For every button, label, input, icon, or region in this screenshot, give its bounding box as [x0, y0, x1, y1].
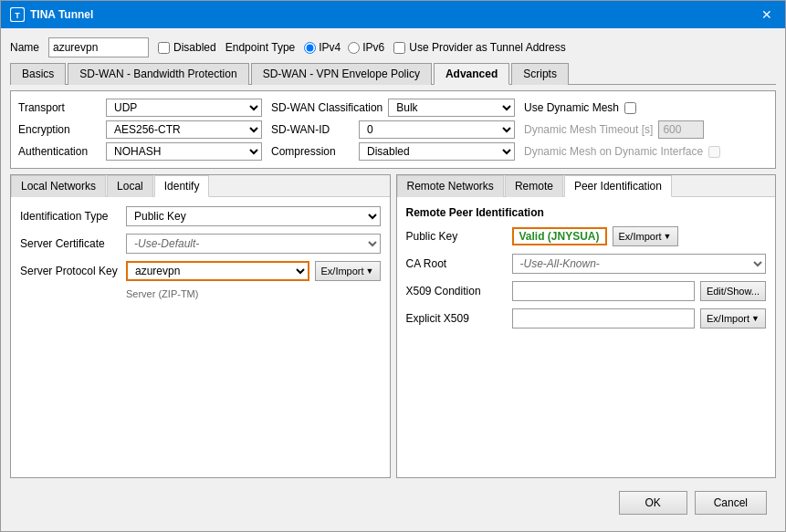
ipv4-radio[interactable] [304, 42, 316, 54]
tab-remote[interactable]: Remote [505, 175, 563, 197]
server-proto-key-row: Server Protocol Key azurevpn Ex/Import ▼ [20, 261, 381, 281]
server-cert-label: Server Certificate [20, 237, 121, 250]
chevron-down-icon-right: ▼ [664, 232, 672, 241]
transport-row: Transport UDP [18, 99, 262, 117]
ex-import-button-right[interactable]: Ex/Import ▼ [613, 226, 678, 246]
tab-sdwan-bw[interactable]: SD-WAN - Bandwidth Protection [68, 63, 248, 85]
dynamic-mesh-checkbox[interactable] [624, 102, 636, 114]
server-cert-row: Server Certificate -Use-Default- [20, 234, 381, 254]
tab-scripts[interactable]: Scripts [511, 63, 569, 85]
bottom-panels: Local Networks Local Identify Identifica… [10, 174, 776, 478]
explicit-x509-row: Explicit X509 Ex/Import ▼ [406, 308, 767, 329]
tab-remote-networks[interactable]: Remote Networks [397, 175, 504, 197]
x509-cond-input[interactable] [512, 281, 695, 301]
server-proto-key-select[interactable]: azurevpn [126, 261, 309, 281]
sdwan-id-label: SD-WAN-ID [271, 123, 353, 136]
server-zip-text: Server (ZIP-TM) [126, 288, 198, 299]
tab-local[interactable]: Local [107, 175, 153, 197]
peer-id-section-title: Remote Peer Identification [406, 206, 767, 219]
title-bar-left: T TINA Tunnel [10, 7, 93, 22]
transport-label: Transport [18, 101, 100, 114]
name-input[interactable] [48, 37, 149, 57]
public-key-label: Public Key [406, 230, 507, 243]
id-type-row: Identification Type Public Key [20, 206, 381, 226]
edit-show-button[interactable]: Edit/Show... [700, 281, 766, 301]
server-proto-key-label: Server Protocol Key [20, 265, 121, 277]
dynamic-interface-label: Dynamic Mesh on Dynamic Interface [524, 145, 703, 158]
ipv4-label: IPv4 [319, 41, 341, 54]
valid-badge: Valid (JNYSUA) [512, 227, 607, 245]
ex-import-button[interactable]: Ex/Import ▼ [315, 261, 381, 281]
disabled-group: Disabled [158, 41, 216, 54]
tab-peer-identification[interactable]: Peer Identification [564, 175, 672, 197]
tab-sdwan-vpn[interactable]: SD-WAN - VPN Envelope Policy [251, 63, 432, 85]
dynamic-interface-row: Dynamic Mesh on Dynamic Interface [524, 142, 768, 161]
tab-basics[interactable]: Basics [10, 63, 66, 85]
compression-label: Compression [271, 145, 353, 158]
disabled-label: Disabled [173, 41, 216, 54]
close-button[interactable]: ✕ [758, 5, 776, 24]
name-label: Name [10, 41, 39, 54]
left-panel: Local Networks Local Identify Identifica… [10, 174, 391, 478]
transport-select[interactable]: UDP [106, 99, 262, 117]
main-tabs: Basics SD-WAN - Bandwidth Protection SD-… [10, 63, 776, 85]
x509-cond-row: X509 Condition Edit/Show... [406, 281, 767, 301]
window-content: Name Disabled Endpoint Type IPv4 IPv6 Us [1, 28, 785, 531]
peer-id-content: Remote Peer Identification Public Key Va… [397, 197, 776, 477]
auth-row: Authentication NOHASH [18, 142, 262, 161]
endpoint-type-label: Endpoint Type [225, 41, 296, 54]
right-panel: Remote Networks Remote Peer Identificati… [396, 174, 777, 478]
sdwan-class-label: SD-WAN Classification [271, 101, 383, 114]
settings-panel: Transport UDP SD-WAN Classification Bulk… [10, 90, 776, 169]
chevron-down-icon: ▼ [366, 266, 374, 276]
compression-select[interactable]: Disabled [359, 142, 515, 161]
encryption-select[interactable]: AES256-CTR [106, 120, 262, 139]
sdwan-class-select[interactable]: Bulk [388, 99, 515, 117]
id-type-label: Identification Type [20, 210, 121, 223]
auth-select[interactable]: NOHASH [106, 142, 262, 161]
app-icon: T [10, 7, 25, 22]
explicit-x509-input[interactable] [512, 308, 696, 329]
ca-root-row: CA Root -Use-All-Known- [406, 254, 767, 274]
endpoint-type-group: IPv4 IPv6 [304, 41, 384, 54]
mesh-timeout-label: Dynamic Mesh Timeout [s] [524, 123, 653, 136]
identify-content: Identification Type Public Key Server Ce… [11, 197, 390, 477]
public-key-row: Public Key Valid (JNYSUA) Ex/Import ▼ [406, 226, 767, 246]
tab-advanced[interactable]: Advanced [434, 63, 509, 85]
ex-import-button-right2[interactable]: Ex/Import ▼ [700, 308, 766, 329]
use-provider-checkbox[interactable] [393, 42, 405, 54]
encryption-row: Encryption AES256-CTR [18, 120, 262, 139]
cancel-button[interactable]: Cancel [695, 491, 767, 515]
top-row: Name Disabled Endpoint Type IPv4 IPv6 Us [10, 37, 776, 57]
dynamic-interface-checkbox [708, 146, 720, 158]
ok-button[interactable]: OK [619, 491, 687, 515]
mesh-timeout-input [658, 120, 704, 139]
explicit-x509-label: Explicit X509 [406, 312, 507, 325]
sdwan-class-row: SD-WAN Classification Bulk [271, 99, 515, 117]
chevron-down-icon-right2: ▼ [751, 314, 760, 323]
ca-root-select[interactable]: -Use-All-Known- [512, 254, 767, 274]
tab-identify[interactable]: Identify [154, 175, 210, 197]
sdwan-id-select[interactable]: 0 [359, 120, 515, 139]
left-panel-tabs: Local Networks Local Identify [11, 175, 390, 197]
main-window: T TINA Tunnel ✕ Name Disabled Endpoint T… [0, 0, 786, 532]
title-bar: T TINA Tunnel ✕ [1, 1, 785, 28]
id-type-select[interactable]: Public Key [126, 206, 381, 226]
ipv6-radio[interactable] [348, 42, 360, 54]
right-panel-tabs: Remote Networks Remote Peer Identificati… [397, 175, 776, 197]
ipv6-label: IPv6 [362, 41, 384, 54]
server-zip-row: Server (ZIP-TM) [20, 288, 381, 299]
ipv6-radio-item: IPv6 [348, 41, 384, 54]
mesh-timeout-row: Dynamic Mesh Timeout [s] [524, 120, 768, 139]
sdwan-id-row: SD-WAN-ID 0 [271, 120, 515, 139]
disabled-checkbox[interactable] [158, 42, 170, 54]
x509-cond-label: X509 Condition [406, 285, 507, 297]
server-cert-select[interactable]: -Use-Default- [126, 234, 381, 254]
use-provider-group: Use Provider as Tunnel Address [393, 41, 565, 54]
tab-local-networks[interactable]: Local Networks [11, 175, 106, 197]
ipv4-radio-item: IPv4 [304, 41, 341, 54]
use-provider-label: Use Provider as Tunnel Address [409, 41, 565, 54]
dynamic-mesh-label: Use Dynamic Mesh [524, 101, 619, 114]
window-title: TINA Tunnel [30, 8, 93, 21]
svg-text:T: T [15, 11, 20, 20]
